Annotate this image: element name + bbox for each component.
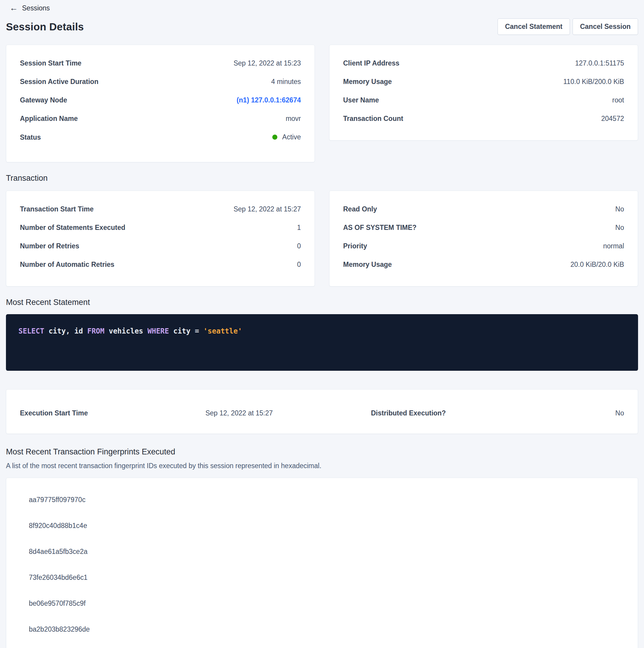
summary-row-txn-start-time: Transaction Start Time Sep 12, 2022 at 1… xyxy=(20,205,301,214)
execution-summary-card: Execution Start Time Sep 12, 2022 at 15:… xyxy=(6,389,638,434)
sql-text: city = xyxy=(169,327,203,335)
distributed-execution-value: No xyxy=(616,409,624,418)
summary-row-session-active-duration: Session Active Duration 4 minutes xyxy=(20,77,301,86)
session-summary-card-left: Session Start Time Sep 12, 2022 at 15:23… xyxy=(6,45,315,162)
summary-row-read-only: Read Only No xyxy=(343,205,624,214)
row-label: Priority xyxy=(343,241,376,251)
back-to-sessions-link[interactable]: ← Sessions xyxy=(9,3,50,13)
row-value: movr xyxy=(286,114,301,123)
row-value: 0 xyxy=(297,241,301,251)
fingerprints-description: A list of the most recent transaction fi… xyxy=(6,462,638,470)
summary-row-automatic-retries: Number of Automatic Retries 0 xyxy=(20,260,301,269)
row-value: Sep 12, 2022 at 15:27 xyxy=(234,205,301,214)
row-value: root xyxy=(612,96,624,105)
row-label: Number of Retries xyxy=(20,241,88,251)
most-recent-statement-heading: Most Recent Statement xyxy=(6,298,638,307)
row-label: Read Only xyxy=(343,205,386,214)
page-header: Session Details Cancel Statement Cancel … xyxy=(6,18,638,35)
transaction-summary-row: Transaction Start Time Sep 12, 2022 at 1… xyxy=(6,191,638,286)
summary-row-status: Status Active xyxy=(20,132,301,142)
summary-row-transaction-count: Transaction Count 204572 xyxy=(343,114,624,123)
row-label: Memory Usage xyxy=(343,260,401,269)
execution-start-time-label: Execution Start Time xyxy=(20,409,206,418)
row-label: Transaction Start Time xyxy=(20,205,103,214)
summary-row-priority: Priority normal xyxy=(343,241,624,251)
distributed-execution-label: Distributed Execution? xyxy=(371,409,455,418)
fingerprint-item: 8f920c40d88b1c4e xyxy=(29,521,624,530)
summary-row-memory-usage: Memory Usage 110.0 KiB/200.0 KiB xyxy=(343,77,624,86)
row-label: Gateway Node xyxy=(20,96,76,105)
row-value: 204572 xyxy=(601,114,624,123)
row-value: 110.0 KiB/200.0 KiB xyxy=(563,77,624,86)
summary-row-application-name: Application Name movr xyxy=(20,114,301,123)
summary-row-session-start-time: Session Start Time Sep 12, 2022 at 15:23 xyxy=(20,59,301,68)
row-label: AS OF SYSTEM TIME? xyxy=(343,223,425,232)
transaction-section-heading: Transaction xyxy=(6,174,638,183)
summary-row-retries: Number of Retries 0 xyxy=(20,241,301,251)
row-value: 20.0 KiB/20.0 KiB xyxy=(571,260,624,269)
sql-statement: SELECT city, id FROM vehicles WHERE city… xyxy=(18,327,242,335)
sql-text: vehicles xyxy=(105,327,148,335)
summary-row-user-name: User Name root xyxy=(343,96,624,105)
fingerprint-item: be06e9570f785c9f xyxy=(29,599,624,608)
row-value: 127.0.0.1:51175 xyxy=(575,59,624,68)
summary-row-gateway-node: Gateway Node (n1) 127.0.0.1:62674 xyxy=(20,96,301,105)
fingerprint-item: 73fe26034bd6e6c1 xyxy=(29,573,624,582)
row-label: Session Start Time xyxy=(20,59,91,68)
summary-row-client-ip: Client IP Address 127.0.0.1:51175 xyxy=(343,59,624,68)
transaction-card-right: Read Only No AS OF SYSTEM TIME? No Prior… xyxy=(329,191,638,286)
fingerprint-item: aa79775ff097970c xyxy=(29,495,624,504)
execution-start-time-value: Sep 12, 2022 at 15:27 xyxy=(206,409,371,418)
status-value: Active xyxy=(272,132,301,142)
session-summary-row: Session Start Time Sep 12, 2022 at 15:23… xyxy=(6,45,638,162)
sql-statement-box: SELECT city, id FROM vehicles WHERE city… xyxy=(6,314,638,371)
transaction-card-left: Transaction Start Time Sep 12, 2022 at 1… xyxy=(6,191,315,286)
session-details-page: ← Sessions Session Details Cancel Statem… xyxy=(0,0,644,648)
fingerprint-item: 8d4ae61a5fb3ce2a xyxy=(29,547,624,556)
sql-string-literal: 'seattle' xyxy=(203,327,242,335)
row-value: 0 xyxy=(297,260,301,269)
fingerprint-item: ba2b203b823296de xyxy=(29,625,624,634)
row-value: 4 minutes xyxy=(271,77,301,86)
page-title: Session Details xyxy=(6,21,84,33)
header-buttons: Cancel Statement Cancel Session xyxy=(497,18,638,35)
cancel-statement-button[interactable]: Cancel Statement xyxy=(497,18,570,35)
row-value: 1 xyxy=(297,223,301,232)
summary-row-as-of-system-time: AS OF SYSTEM TIME? No xyxy=(343,223,624,232)
sql-text: city, id xyxy=(44,327,87,335)
summary-row-statements-executed: Number of Statements Executed 1 xyxy=(20,223,301,232)
sql-keyword: SELECT xyxy=(18,327,44,335)
row-label: Client IP Address xyxy=(343,59,408,68)
session-summary-card-right: Client IP Address 127.0.0.1:51175 Memory… xyxy=(329,45,638,141)
row-value: normal xyxy=(603,241,624,251)
sql-keyword: WHERE xyxy=(148,327,169,335)
row-label: Number of Statements Executed xyxy=(20,223,134,232)
row-label: Memory Usage xyxy=(343,77,401,86)
row-label: Session Active Duration xyxy=(20,77,107,86)
distributed-execution-pair: Distributed Execution? No xyxy=(371,409,624,418)
row-value: No xyxy=(616,205,624,214)
back-arrow-icon: ← xyxy=(9,4,18,12)
summary-row-txn-memory-usage: Memory Usage 20.0 KiB/20.0 KiB xyxy=(343,260,624,269)
status-text: Active xyxy=(282,132,301,142)
fingerprints-section-heading: Most Recent Transaction Fingerprints Exe… xyxy=(6,447,638,456)
row-label: Transaction Count xyxy=(343,114,412,123)
active-status-dot-icon xyxy=(272,134,277,140)
row-label: Number of Automatic Retries xyxy=(20,260,123,269)
gateway-node-link[interactable]: (n1) 127.0.0.1:62674 xyxy=(237,96,301,105)
breadcrumb-label: Sessions xyxy=(22,4,50,12)
sql-keyword: FROM xyxy=(87,327,105,335)
cancel-session-button[interactable]: Cancel Session xyxy=(573,18,638,35)
row-label: Application Name xyxy=(20,114,86,123)
row-label: User Name xyxy=(343,96,388,105)
row-value: No xyxy=(616,223,624,232)
row-value: Sep 12, 2022 at 15:23 xyxy=(234,59,301,68)
fingerprints-card: aa79775ff097970c 8f920c40d88b1c4e 8d4ae6… xyxy=(6,478,638,648)
row-label: Status xyxy=(20,133,50,142)
